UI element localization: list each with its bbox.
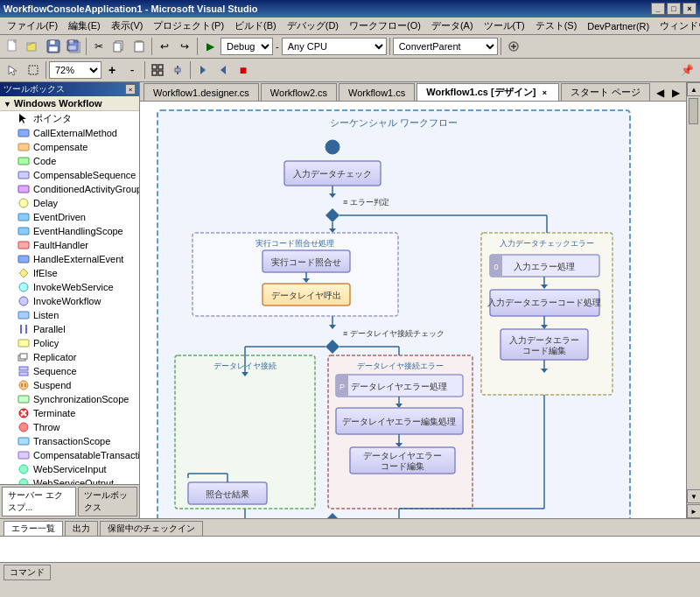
pin-button[interactable]: 📌 — [677, 60, 696, 80]
design-canvas[interactable]: シーケンシャル ワークフロー 入力データチェック ≡ エラー判定 実行 — [140, 102, 686, 518]
toolbox-tab[interactable]: ツールボックス — [78, 487, 137, 516]
toolbox-item-replicator[interactable]: Replicator — [0, 350, 139, 364]
save-all-button[interactable] — [64, 37, 83, 56]
toolbox-item-webserviceoutput[interactable]: WebServiceOutput — [0, 476, 139, 484]
menu-debug[interactable]: デバッグ(D) — [282, 18, 344, 34]
scroll-right-down[interactable]: ► — [687, 504, 700, 518]
svg-point-42 — [19, 297, 28, 306]
zoom-out-button[interactable]: - — [122, 60, 142, 80]
debug-mode-combo[interactable]: Debug — [220, 38, 273, 55]
tab-scroll-right[interactable]: ▶ — [668, 85, 683, 101]
layout-button[interactable] — [168, 60, 187, 80]
toolbox-item-delay[interactable]: Delay — [0, 196, 139, 210]
menu-test[interactable]: テスト(S) — [530, 18, 583, 34]
platform-combo[interactable]: Any CPU — [282, 38, 387, 55]
toolbox-item-ifelse[interactable]: IfElse — [0, 266, 139, 280]
toolbox-item-webserviceinput[interactable]: WebServiceInput — [0, 462, 139, 476]
svg-text:入力データエラー: 入力データエラー — [509, 335, 579, 345]
minimize-button[interactable]: _ — [651, 3, 665, 15]
select-tool[interactable] — [24, 60, 43, 80]
toolbar-right: 📌 — [677, 60, 696, 80]
toolbox-item-parallel[interactable]: Parallel — [0, 322, 139, 336]
save-button[interactable] — [44, 37, 63, 56]
svg-text:P: P — [340, 383, 345, 391]
menu-data[interactable]: データ(A) — [426, 18, 479, 34]
toolbox-item-callexternal[interactable]: CallExternalMethod — [0, 126, 139, 140]
target-combo[interactable]: ConvertParent — [393, 38, 498, 55]
bottom-tab-output[interactable]: 出力 — [65, 521, 98, 536]
copy-button[interactable] — [109, 37, 129, 56]
more-button-1[interactable] — [193, 60, 213, 80]
tab-workflow2[interactable]: Workflow2.cs — [261, 83, 337, 101]
menu-file[interactable]: ファイル(F) — [2, 18, 63, 34]
menu-bar: ファイル(F) 編集(E) 表示(V) プロジェクト(P) ビルド(B) デバッ… — [0, 18, 700, 35]
bottom-tab-pending[interactable]: 保留中のチェックイン — [100, 521, 203, 536]
svg-marker-40 — [19, 269, 28, 277]
toolbox-item-eventhandling[interactable]: EventHandlingScope — [0, 224, 139, 238]
svg-rect-30 — [18, 130, 29, 137]
toolbox-item-handleexternal[interactable]: HandleExternalEvent — [0, 252, 139, 266]
tab-workflow1-designer[interactable]: Workflow1.designer.cs — [144, 83, 259, 101]
toolbox-item-listen[interactable]: Listen — [0, 308, 139, 322]
scroll-up-button[interactable]: ▲ — [687, 82, 700, 96]
toolbox-item-compensate[interactable]: Compensate — [0, 140, 139, 154]
toolbox-item-synchscope[interactable]: SynchronizationScope — [0, 392, 139, 406]
scroll-thumb[interactable] — [689, 98, 698, 124]
tab-workflow1-design[interactable]: Workflow1.cs [デザイン] × — [416, 83, 559, 101]
tab-start-page[interactable]: スタート ページ — [561, 83, 650, 101]
pointer-tool[interactable] — [4, 60, 23, 80]
maximize-button[interactable]: □ — [667, 3, 681, 15]
toolbox-item-suspend[interactable]: Suspend — [0, 378, 139, 392]
zoom-combo[interactable]: 72% 50% 75% 100% — [49, 61, 102, 79]
menu-tools[interactable]: ツール(T) — [479, 18, 530, 34]
start-button[interactable]: ▶ — [200, 37, 220, 56]
menu-project[interactable]: プロジェクト(P) — [148, 18, 229, 34]
menu-view[interactable]: 表示(V) — [106, 18, 149, 34]
bottom-tab-errors[interactable]: エラー一覧 — [4, 521, 63, 536]
toolbox-item-eventdriven[interactable]: EventDriven — [0, 210, 139, 224]
toolbar-extra-1[interactable] — [504, 37, 523, 56]
menu-window[interactable]: ウィンドウ(W) — [654, 18, 700, 34]
undo-button[interactable]: ↩ — [155, 37, 174, 56]
stop-button[interactable]: ■ — [234, 60, 253, 80]
redo-button[interactable]: ↪ — [175, 37, 194, 56]
menu-edit[interactable]: 編集(E) — [63, 18, 106, 34]
toolbox-item-faulthandler[interactable]: FaultHandler — [0, 238, 139, 252]
svg-text:データレイヤ呼出: データレイヤ呼出 — [271, 291, 341, 300]
tab-workflow1-cs[interactable]: Workflow1.cs — [339, 83, 415, 101]
toolbox-item-compensable-seq[interactable]: CompensableSequence — [0, 168, 139, 182]
toolbox-item-invokeworkflow[interactable]: InvokeWorkflow — [0, 294, 139, 308]
toolbox-section-wf[interactable]: ▼ Windows Workflow — [0, 96, 139, 111]
toolbox-item-throw[interactable]: Throw — [0, 420, 139, 434]
svg-text:データレイヤエラー: データレイヤエラー — [363, 451, 442, 460]
menu-workflow[interactable]: ワークフロー(O) — [344, 18, 426, 34]
scroll-down-button[interactable]: ▼ — [687, 489, 700, 503]
open-file-button[interactable] — [24, 37, 43, 56]
cut-button[interactable]: ✂ — [89, 37, 108, 56]
toolbox-item-compensatable-tx[interactable]: CompensatableTransactionSco... — [0, 448, 139, 462]
paste-button[interactable] — [130, 37, 149, 56]
svg-rect-32 — [18, 158, 29, 165]
tab-close-icon[interactable]: × — [539, 88, 550, 98]
toolbox-item-code[interactable]: Code — [0, 154, 139, 168]
menu-devpartner[interactable]: DevPartner(R) — [582, 19, 654, 33]
toolbox-close-button[interactable]: × — [125, 84, 136, 95]
toolbox-item-conditioned[interactable]: ConditionedActivityGroup — [0, 182, 139, 196]
toolbox-item-policy[interactable]: Policy — [0, 336, 139, 350]
svg-text:照合せ結果: 照合せ結果 — [206, 489, 249, 499]
app-title: WorkflowConsoleApplication1 - Microsoft … — [4, 4, 258, 14]
fit-screen-button[interactable] — [148, 60, 167, 80]
menu-build[interactable]: ビルド(B) — [229, 18, 282, 34]
toolbox-item-invokewebservice[interactable]: InvokeWebService — [0, 280, 139, 294]
close-button[interactable]: × — [682, 3, 696, 15]
new-project-button[interactable] — [4, 37, 23, 56]
toolbox-item-sequence[interactable]: Sequence — [0, 364, 139, 378]
toolbox-item-terminate[interactable]: Terminate — [0, 406, 139, 420]
toolbox-item-transactionscope[interactable]: TransactionScope — [0, 434, 139, 448]
toolbox-item-pointer[interactable]: ポインタ — [0, 111, 139, 126]
server-explorer-tab[interactable]: サーバー エクスプ... — [2, 487, 76, 516]
toolbar-sep-2 — [151, 38, 152, 55]
zoom-in-button[interactable]: + — [102, 60, 122, 80]
tab-scroll-left[interactable]: ◀ — [652, 85, 668, 101]
more-button-2[interactable] — [214, 60, 233, 80]
